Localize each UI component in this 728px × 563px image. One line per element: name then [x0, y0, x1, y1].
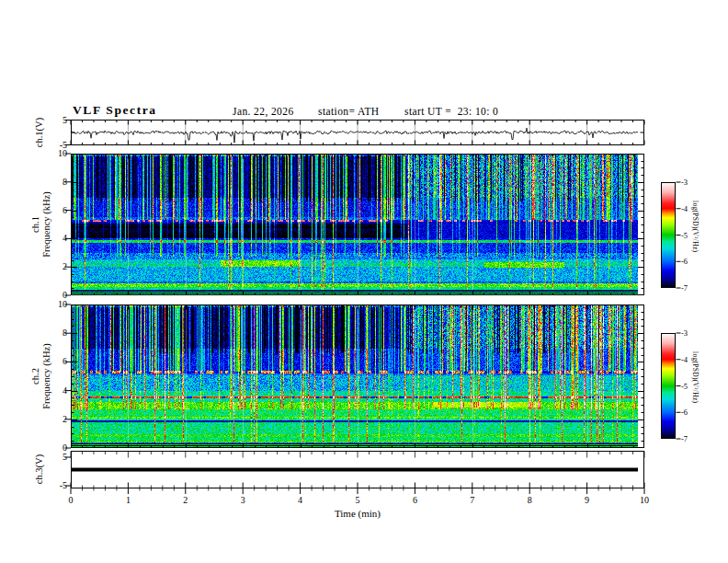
vlf-spectra-figure: VLF Spectra Jan. 22, 2026 station= ATH s…	[0, 0, 728, 563]
axes-overlay	[0, 0, 728, 563]
